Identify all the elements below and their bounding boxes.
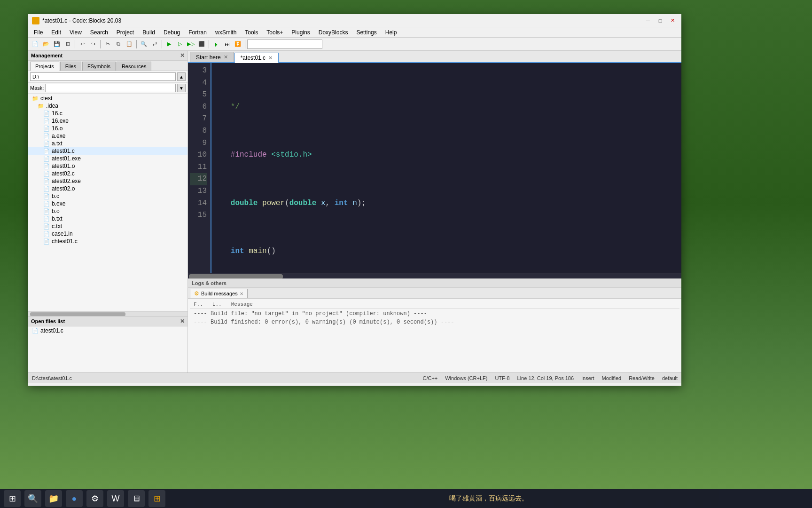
- tree-file-atest02o[interactable]: 📄 atest02.o: [28, 185, 187, 192]
- tree-file-chtest01c[interactable]: 📄 chtest01.c: [28, 238, 187, 245]
- tree-file-atest01c[interactable]: 📄 atest01.c: [28, 147, 187, 155]
- tree-file-16exe[interactable]: 📄 16.exe: [28, 117, 187, 125]
- taskbar-start[interactable]: ⊞: [4, 490, 21, 507]
- taskbar-files[interactable]: 📁: [45, 490, 62, 507]
- tab-files[interactable]: Files: [60, 62, 81, 71]
- toolbar-stepnext[interactable]: ⏭: [222, 39, 232, 49]
- management-close[interactable]: ✕: [180, 52, 185, 59]
- menu-help[interactable]: Help: [382, 28, 401, 37]
- taskbar-settings[interactable]: ⚙: [86, 490, 103, 507]
- tab-build-messages[interactable]: ⚙ Build messages ✕: [190, 289, 248, 298]
- toolbar: 📄 📂 💾 ⊞ ↩ ↪ ✂ ⧉ 📋 🔍 ⇄ ▶ ▷ ▶▷ ⬛ ⏵ ⏭ ⏬: [28, 38, 681, 51]
- tree-hscrollbar[interactable]: [28, 311, 187, 316]
- toolbar-stop[interactable]: ⬛: [196, 39, 207, 49]
- menu-view[interactable]: View: [66, 28, 86, 37]
- code-lines[interactable]: */ #include <stdio.h> double power(doubl…: [211, 63, 681, 273]
- menu-project[interactable]: Project: [113, 28, 138, 37]
- toolbar-replace[interactable]: ⇄: [149, 39, 160, 49]
- tree-file-bo[interactable]: 📄 b.o: [28, 207, 187, 215]
- tab-start-here-close[interactable]: ✕: [224, 54, 228, 60]
- taskbar-app2[interactable]: 🖥: [128, 490, 145, 507]
- minimize-button[interactable]: ─: [643, 16, 653, 26]
- tree-file-ctxt[interactable]: 📄 c.txt: [28, 222, 187, 230]
- tree-file-atxt[interactable]: 📄 a.txt: [28, 140, 187, 147]
- code-content: 3 4 5 6 7 8 9 10 11 12 13 14 15: [188, 63, 681, 273]
- tree-file-16o[interactable]: 📄 16.o: [28, 125, 187, 132]
- mask-input[interactable]: [45, 84, 176, 92]
- taskbar-codeblocks[interactable]: ⊞: [148, 490, 165, 507]
- taskbar-browser[interactable]: ●: [66, 490, 83, 507]
- tree-item-label: atest02.c: [52, 170, 75, 177]
- path-up-button[interactable]: ▲: [177, 72, 186, 81]
- toolbar-paste[interactable]: 📋: [124, 39, 134, 49]
- toolbar-buildrun[interactable]: ▶▷: [186, 39, 196, 49]
- tree-file-atest02exe[interactable]: 📄 atest02.exe: [28, 177, 187, 185]
- tab-build-messages-close[interactable]: ✕: [240, 291, 243, 296]
- tree-file-case1in[interactable]: 📄 case1.in: [28, 230, 187, 238]
- toolbar-stepinto[interactable]: ⏬: [233, 39, 243, 49]
- toolbar-debug[interactable]: ⏵: [211, 39, 221, 49]
- tree-file-16c[interactable]: 📄 16.c: [28, 110, 187, 117]
- code-hscrollbar[interactable]: [188, 273, 681, 278]
- toolbar-undo[interactable]: ↩: [77, 39, 87, 49]
- toolbar-redo[interactable]: ↪: [88, 39, 98, 49]
- tab-atest01c-close[interactable]: ✕: [268, 55, 273, 61]
- tree-item-label: atest01.exe: [52, 155, 81, 162]
- tab-start-here[interactable]: Start here ✕: [190, 52, 234, 62]
- menu-tools-plus[interactable]: Tools+: [263, 28, 287, 37]
- path-input[interactable]: [30, 72, 176, 81]
- tree-file-aexe[interactable]: 📄 a.exe: [28, 132, 187, 140]
- tree-file-btxt[interactable]: 📄 b.txt: [28, 215, 187, 222]
- tree-folder-idea[interactable]: 📁 .idea: [28, 102, 187, 110]
- bottom-panel-header: Logs & others: [188, 279, 681, 288]
- taskbar-search[interactable]: 🔍: [24, 490, 41, 507]
- toolbar-save[interactable]: 💾: [52, 39, 62, 49]
- menu-settings[interactable]: Settings: [352, 28, 380, 37]
- toolbar-open[interactable]: 📂: [41, 39, 51, 49]
- menu-fortran[interactable]: Fortran: [185, 28, 211, 37]
- tab-fsymbols[interactable]: FSymbols: [82, 62, 116, 71]
- code-editor[interactable]: 3 4 5 6 7 8 9 10 11 12 13 14 15: [188, 63, 681, 278]
- debug-expr-input[interactable]: [247, 40, 322, 49]
- menu-file[interactable]: File: [30, 28, 47, 37]
- taskbar-app1[interactable]: W: [107, 490, 124, 507]
- path-bar: ▲: [28, 71, 187, 83]
- toolbar-saveall[interactable]: ⊞: [62, 39, 73, 49]
- toolbar-build[interactable]: ▶: [164, 39, 174, 49]
- menu-build[interactable]: Build: [139, 28, 159, 37]
- menu-plugins[interactable]: Plugins: [288, 28, 313, 37]
- close-button[interactable]: ✕: [667, 16, 678, 26]
- menu-debug[interactable]: Debug: [160, 28, 184, 37]
- tree-file-atest01exe[interactable]: 📄 atest01.exe: [28, 155, 187, 162]
- toolbar-new[interactable]: 📄: [30, 39, 40, 49]
- toolbar-run[interactable]: ▷: [175, 39, 185, 49]
- toolbar-find[interactable]: 🔍: [139, 39, 149, 49]
- file-icon: 📄: [43, 141, 50, 147]
- tab-projects[interactable]: Projects: [30, 62, 59, 71]
- tree-item-label: c.txt: [52, 223, 62, 230]
- file-icon: 📄: [43, 111, 50, 117]
- tab-resources[interactable]: Resources: [117, 62, 152, 71]
- tree-folder-ctest[interactable]: 📁 ctest: [28, 95, 187, 102]
- tree-item-label: 16.exe: [52, 118, 69, 124]
- left-panel: Management ✕ Projects Files FSymbols Res…: [28, 51, 188, 373]
- tree-file-bc[interactable]: 📄 b.c: [28, 192, 187, 200]
- maximize-button[interactable]: □: [655, 16, 665, 26]
- tree-file-atest01o[interactable]: 📄 atest01.o: [28, 162, 187, 170]
- menu-search[interactable]: Search: [86, 28, 112, 37]
- toolbar-cut[interactable]: ✂: [102, 39, 113, 49]
- tree-file-bexe[interactable]: 📄 b.exe: [28, 200, 187, 207]
- mask-dropdown[interactable]: ▼: [177, 84, 186, 92]
- toolbar-copy[interactable]: ⧉: [113, 39, 124, 49]
- toolbar-sep-5: [209, 40, 209, 48]
- tree-file-atest02c[interactable]: 📄 atest02.c: [28, 170, 187, 177]
- openfiles-item-atest01c[interactable]: 📄 atest01.c: [28, 326, 187, 335]
- openfiles-close[interactable]: ✕: [180, 318, 185, 325]
- file-tree[interactable]: 📁 ctest 📁 .idea 📄 16.c 📄: [28, 94, 187, 311]
- menu-edit[interactable]: Edit: [47, 28, 65, 37]
- menu-doxyblocks[interactable]: DoxyBlocks: [315, 28, 352, 37]
- editor-area: Start here ✕ *atest01.c ✕ 3 4 5 6: [188, 51, 681, 373]
- tab-atest01c[interactable]: *atest01.c ✕: [234, 53, 279, 63]
- menu-tools[interactable]: Tools: [241, 28, 262, 37]
- menu-wxsmith[interactable]: wxSmith: [211, 28, 240, 37]
